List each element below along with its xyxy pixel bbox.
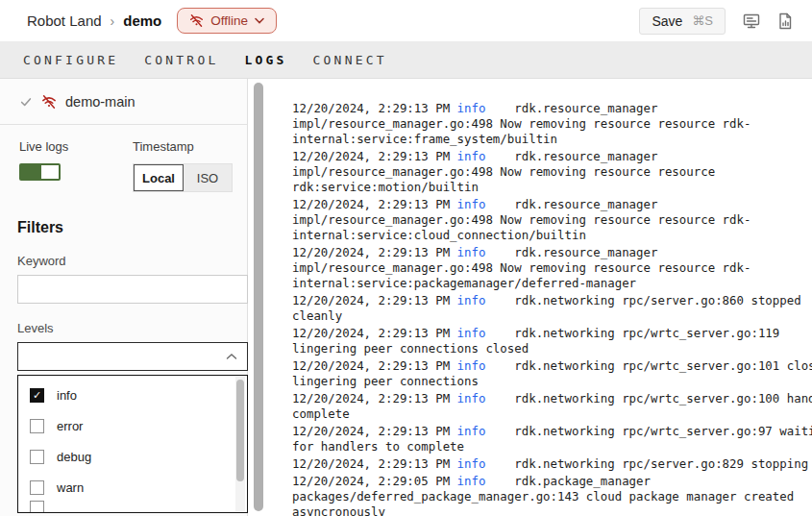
part-name: demo-main — [65, 94, 135, 110]
keyword-input[interactable] — [17, 275, 248, 304]
tab-bar: CONFIGURE CONTROL LOGS CONNECT — [0, 41, 812, 79]
log-entry: 12/20/2024, 2:29:13 PM info rdk.networki… — [292, 293, 812, 324]
check-icon — [19, 95, 33, 109]
tab-connect[interactable]: CONNECT — [313, 53, 387, 67]
logs-sidebar: demo-main Live logs Timestamp Local ISO … — [0, 79, 248, 516]
top-header: Robot Land › demo Offline Save ⌘S — [0, 0, 812, 41]
log-timestamp: 12/20/2024, 2:29:13 PM — [292, 456, 457, 471]
checkbox[interactable] — [30, 419, 44, 433]
file-chart-icon[interactable] — [777, 12, 793, 30]
level-option-warn[interactable]: warn — [18, 472, 247, 503]
log-timestamp: 12/20/2024, 2:29:13 PM — [292, 149, 457, 163]
content-scrollbar — [248, 79, 269, 516]
checkbox[interactable] — [30, 388, 44, 403]
status-label: Offline — [210, 13, 248, 28]
live-logs-label: Live logs — [19, 139, 133, 154]
breadcrumb: Robot Land › demo — [27, 12, 161, 29]
log-timestamp: 12/20/2024, 2:29:13 PM — [292, 101, 457, 115]
chevron-up-icon — [226, 353, 237, 360]
part-row-demo-main[interactable]: demo-main — [0, 79, 247, 125]
breadcrumb-org[interactable]: Robot Land — [27, 12, 102, 29]
log-level: info — [457, 358, 486, 373]
level-option-label: info — [57, 388, 77, 403]
monitor-icon[interactable] — [743, 12, 760, 30]
breadcrumb-machine: demo — [123, 12, 161, 29]
timestamp-segmented-control: Local ISO — [133, 163, 233, 192]
checkbox[interactable] — [30, 450, 44, 464]
levels-options: infoerrordebugwarn — [18, 376, 247, 503]
toggle-knob — [41, 165, 59, 179]
log-timestamp: 12/20/2024, 2:29:13 PM — [292, 326, 457, 340]
breadcrumb-separator: › — [111, 13, 115, 29]
checkbox — [30, 501, 44, 514]
log-timestamp: 12/20/2024, 2:29:05 PM — [292, 474, 457, 488]
log-entry: 12/20/2024, 2:29:13 PM info rdk.resource… — [292, 245, 812, 291]
log-entry: 12/20/2024, 2:29:13 PM info rdk.resource… — [292, 101, 812, 147]
level-option-partial — [18, 503, 247, 512]
save-label: Save — [652, 13, 682, 29]
dropdown-scrollbar-thumb[interactable] — [236, 380, 244, 481]
level-option-label: debug — [57, 450, 91, 464]
log-timestamp: 12/20/2024, 2:29:13 PM — [292, 391, 457, 405]
log-timestamp: 12/20/2024, 2:29:13 PM — [292, 197, 457, 211]
log-timestamp: 12/20/2024, 2:29:13 PM — [292, 424, 457, 438]
log-pane: 12/20/2024, 2:29:13 PM info rdk.resource… — [269, 79, 812, 516]
log-entry: 12/20/2024, 2:29:13 PM info rdk.networki… — [292, 424, 812, 455]
save-shortcut: ⌘S — [692, 13, 713, 28]
log-timestamp: 12/20/2024, 2:29:13 PM — [292, 293, 457, 307]
timestamp-label: Timestamp — [133, 139, 246, 154]
log-list: 12/20/2024, 2:29:13 PM info rdk.resource… — [292, 101, 812, 516]
log-level: info — [457, 456, 486, 471]
log-level: info — [457, 326, 486, 340]
log-entry: 12/20/2024, 2:29:13 PM info rdk.networki… — [292, 456, 812, 472]
levels-label: Levels — [17, 321, 247, 335]
level-option-info[interactable]: info — [18, 380, 247, 410]
tab-control[interactable]: CONTROL — [144, 53, 218, 67]
level-option-label: error — [57, 419, 83, 433]
tab-logs[interactable]: LOGS — [244, 53, 286, 67]
log-message: rdk.networking rpc/server.go:829 stoppin… — [485, 456, 808, 471]
levels-dropdown: infoerrordebugwarn — [17, 375, 248, 513]
tab-configure[interactable]: CONFIGURE — [23, 53, 118, 67]
live-logs-toggle[interactable] — [19, 163, 61, 181]
filters-title: Filters — [17, 219, 247, 236]
timestamp-option-iso[interactable]: ISO — [184, 164, 232, 191]
log-timestamp: 12/20/2024, 2:29:13 PM — [292, 358, 457, 373]
log-timestamp: 12/20/2024, 2:29:13 PM — [292, 245, 457, 259]
log-entry: 12/20/2024, 2:29:13 PM info rdk.networki… — [292, 391, 812, 422]
log-entry: 12/20/2024, 2:29:13 PM info rdk.resource… — [292, 197, 812, 243]
log-entry: 12/20/2024, 2:29:13 PM info rdk.networki… — [292, 326, 812, 356]
wifi-off-icon — [41, 94, 57, 110]
machine-status-badge[interactable]: Offline — [177, 8, 277, 34]
log-level: info — [457, 197, 486, 211]
level-option-error[interactable]: error — [18, 410, 247, 441]
log-entry: 12/20/2024, 2:29:05 PM info rdk.package_… — [292, 474, 812, 516]
levels-select[interactable] — [17, 342, 248, 371]
wifi-off-icon — [189, 13, 204, 28]
log-level: info — [457, 149, 486, 163]
checkbox[interactable] — [30, 480, 44, 495]
level-option-label: warn — [57, 480, 84, 495]
save-button[interactable]: Save ⌘S — [639, 8, 726, 35]
log-level: info — [457, 245, 486, 259]
log-level: info — [457, 474, 486, 488]
timestamp-option-local[interactable]: Local — [134, 164, 184, 191]
content-scrollbar-thumb[interactable] — [254, 83, 263, 511]
log-level: info — [457, 424, 486, 438]
log-level: info — [457, 293, 486, 307]
keyword-label: Keyword — [17, 254, 247, 268]
log-level: info — [457, 391, 486, 405]
log-entry: 12/20/2024, 2:29:13 PM info rdk.networki… — [292, 358, 812, 389]
log-level: info — [457, 101, 486, 115]
level-option-debug[interactable]: debug — [18, 441, 247, 472]
chevron-down-icon — [255, 17, 264, 24]
log-entry: 12/20/2024, 2:29:13 PM info rdk.resource… — [292, 149, 812, 195]
